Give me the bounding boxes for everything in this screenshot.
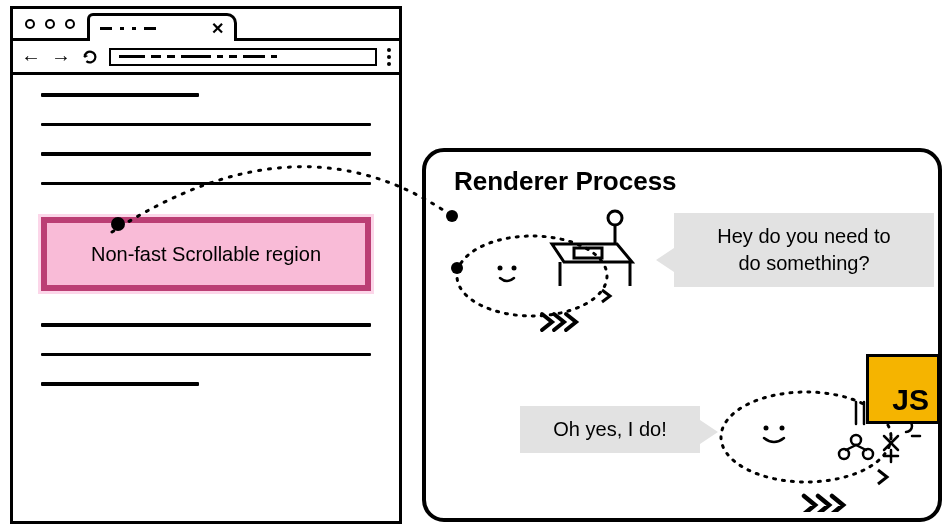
svg-point-10: [764, 426, 769, 431]
forward-button[interactable]: →: [51, 47, 71, 67]
page-content: Non-fast Scrollable region: [13, 75, 399, 404]
window-control-dot: [45, 19, 55, 29]
tab-close-icon[interactable]: ✕: [211, 19, 224, 38]
window-control-dot: [65, 19, 75, 29]
back-button[interactable]: ←: [21, 47, 41, 67]
svg-line-16: [856, 445, 866, 450]
svg-point-12: [851, 435, 861, 445]
tab-bar: ✕: [13, 9, 399, 41]
url-input[interactable]: [109, 48, 377, 66]
svg-rect-8: [574, 248, 602, 258]
svg-point-3: [512, 266, 517, 271]
browser-tab[interactable]: ✕: [87, 13, 237, 41]
svg-point-7: [608, 211, 622, 225]
browser-window: ✕ ← → Non-fast Scrollable region: [10, 6, 402, 524]
svg-point-1: [451, 262, 463, 274]
non-fast-scrollable-region: Non-fast Scrollable region: [41, 217, 371, 291]
content-line: [41, 93, 199, 97]
speech-bubble-compositor: Hey do you need to do something?: [674, 213, 934, 287]
speech-bubble-main: Oh yes, I do!: [520, 406, 700, 453]
content-line: [41, 152, 371, 156]
region-label: Non-fast Scrollable region: [91, 243, 321, 266]
speech-text: Hey do you need to: [717, 225, 890, 247]
pointer-dot: [111, 217, 125, 231]
svg-point-11: [780, 426, 785, 431]
js-badge-text: JS: [892, 383, 929, 417]
svg-point-2: [498, 266, 503, 271]
js-badge: JS: [866, 354, 940, 424]
speech-tail: [656, 248, 674, 272]
content-line: [41, 182, 371, 186]
address-bar: ← →: [13, 41, 399, 75]
window-control-dot: [25, 19, 35, 29]
content-line: [41, 123, 371, 127]
content-line: [41, 382, 199, 386]
renderer-title: Renderer Process: [454, 166, 924, 197]
speech-text: Oh yes, I do!: [553, 418, 666, 440]
renderer-process-box: Renderer Process Hey do you need to do s…: [422, 148, 942, 522]
content-line: [41, 323, 371, 327]
menu-icon[interactable]: [387, 48, 391, 66]
speech-text: do something?: [738, 252, 869, 274]
content-line: [41, 353, 371, 357]
svg-line-15: [846, 445, 856, 450]
refresh-icon[interactable]: [81, 48, 99, 66]
compositor-character-icon: [442, 206, 652, 336]
